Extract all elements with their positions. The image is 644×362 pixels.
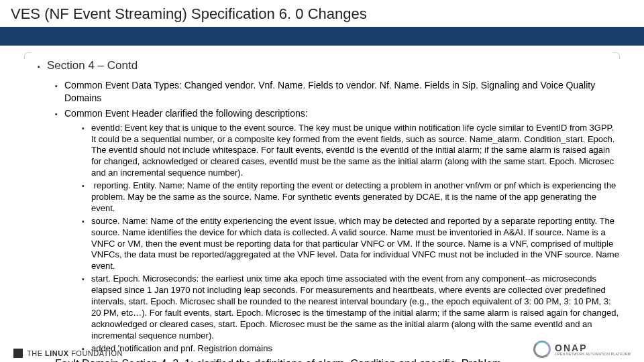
- title-bar: VES (NF Event Streaming) Specification 6…: [0, 0, 644, 27]
- corner-frame-tr: [613, 52, 620, 59]
- onap-text: ONAP OPEN NETWORK AUTOMATION PLATFORM: [555, 343, 631, 356]
- level2-item: reporting. Entity. Name: Name of the ent…: [91, 180, 620, 215]
- level2-item: source. Name: Name of the entity experie…: [91, 216, 620, 272]
- level1-item: Common Event Header clarified the follow…: [64, 107, 620, 120]
- onap-subtitle: OPEN NETWORK AUTOMATION PLATFORM: [555, 353, 631, 356]
- level2-item: start. Epoch. Microseconds: the earliest…: [91, 274, 620, 341]
- onap-name: ONAP: [555, 343, 631, 353]
- level2-item: eventId: Event key that is unique to the…: [91, 123, 620, 179]
- linux-foundation-mark-icon: [13, 349, 23, 358]
- linux-foundation-text: THE LINUX FOUNDATION: [27, 349, 123, 357]
- linux-foundation-logo: THE LINUX FOUNDATION: [13, 349, 123, 358]
- page-title: VES (NF Event Streaming) Specification 6…: [11, 5, 633, 23]
- body-content: Section 4 – Contd Common Event Data Type…: [0, 46, 644, 362]
- section-heading: Section 4 – Contd: [47, 59, 620, 72]
- accent-band: [0, 27, 644, 46]
- lf-linux: LINUX: [45, 349, 69, 357]
- corner-frame-tl: [24, 52, 31, 59]
- lf-the: THE: [27, 349, 43, 357]
- onap-logo: ONAP OPEN NETWORK AUTOMATION PLATFORM: [533, 341, 631, 358]
- level1-item: Common Event Data Types: Changed vendor.…: [64, 79, 620, 105]
- lf-foundation: FOUNDATION: [71, 349, 123, 357]
- onap-ring-icon: [533, 341, 551, 358]
